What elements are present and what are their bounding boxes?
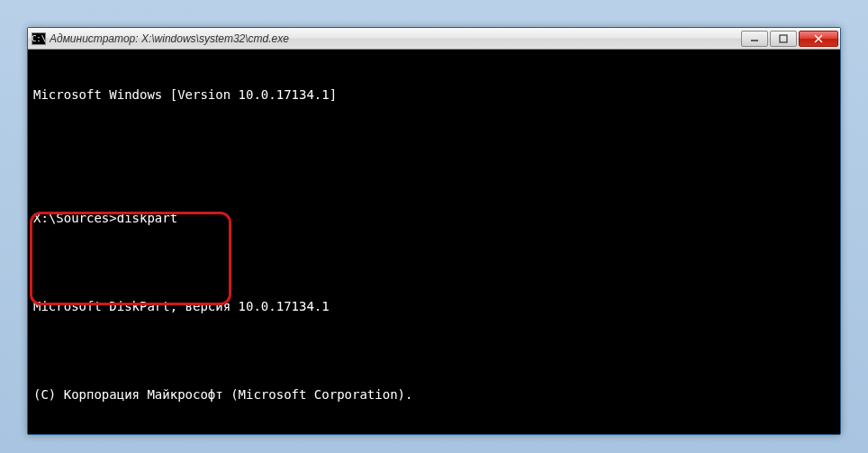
terminal-line: Microsoft Windows [Version 10.0.17134.1] — [33, 86, 835, 104]
terminal-line: Microsoft DiskPart, версия 10.0.17134.1 — [33, 298, 835, 316]
close-button[interactable] — [799, 31, 838, 47]
cmd-window: C:\ Администратор: X:\windows\system32\c… — [27, 27, 841, 435]
minimize-button[interactable] — [741, 31, 768, 47]
svg-rect-1 — [780, 35, 787, 42]
window-controls — [741, 31, 838, 47]
terminal-line: X:\Sources>diskpart — [33, 210, 835, 228]
terminal-line: (C) Корпорация Майкрософт (Microsoft Cor… — [33, 386, 835, 404]
titlebar[interactable]: C:\ Администратор: X:\windows\system32\c… — [28, 28, 840, 50]
terminal-area[interactable]: Microsoft Windows [Version 10.0.17134.1]… — [28, 50, 840, 434]
cmd-icon: C:\ — [32, 32, 46, 45]
window-title: Администратор: X:\windows\system32\cmd.e… — [50, 32, 741, 45]
maximize-button[interactable] — [770, 31, 797, 47]
